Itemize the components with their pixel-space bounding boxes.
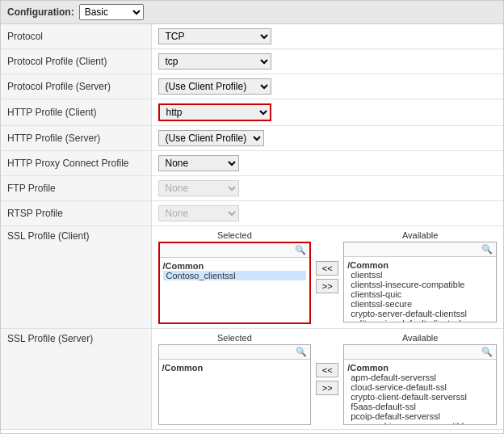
ssl-client-move-left-button[interactable]: <<: [316, 261, 338, 276]
value-http-profile-client: http None: [151, 99, 503, 126]
ssl-client-available-item-3[interactable]: clientssl-secure: [347, 299, 493, 309]
ssl-client-available-box: Available 🔍 /Common clientssl clientssl-…: [343, 230, 497, 324]
row-ssl-profile-client: SSL Profile (Client) Selected 🔍: [1, 226, 503, 329]
label-http-proxy-connect-profile: HTTP Proxy Connect Profile: [1, 151, 151, 176]
ssl-client-available-title: Available: [343, 230, 497, 240]
ssl-server-available-box: Available 🔍 /Common apm-default-serverss…: [343, 333, 497, 425]
ssl-server-selected-group: /Common: [162, 363, 308, 373]
ssl-server-available-title: Available: [343, 333, 497, 343]
ssl-client-available-item-5[interactable]: splitsession-default-clientssl: [347, 318, 493, 322]
http-proxy-connect-profile-select[interactable]: None: [158, 155, 239, 171]
config-select[interactable]: Basic Advanced: [79, 4, 144, 20]
row-http-profile-server: HTTP Profile (Server) (Use Client Profil…: [1, 126, 503, 151]
ssl-client-available-search-icon: 🔍: [481, 244, 493, 255]
ssl-server-available-item-2[interactable]: crypto-client-default-serverssl: [347, 392, 493, 402]
value-ssl-profile-client: Selected 🔍 /Common Contoso_clientssl: [151, 226, 503, 329]
ssl-client-available-search-row: 🔍: [344, 242, 496, 257]
ssl-server-selected-list: /Common: [159, 360, 311, 424]
ssl-server-available-list-wrapper: 🔍 /Common apm-default-serverssl cloud-se…: [343, 344, 497, 425]
row-http-profile-client: HTTP Profile (Client) http None: [1, 99, 503, 126]
value-protocol-profile-client: tcp: [151, 49, 503, 74]
ssl-client-selected-group: /Common: [163, 261, 307, 271]
row-ssl-profile-server: SSL Profile (Server) Selected 🔍: [1, 329, 503, 430]
ssl-server-buttons: << >>: [314, 333, 340, 425]
ssl-client-selected-search-icon: 🔍: [295, 245, 306, 255]
label-ssl-profile-server: SSL Profile (Server): [1, 329, 151, 430]
row-ftp-profile: FTP Profile None: [1, 176, 503, 201]
value-ssl-profile-server: Selected 🔍 /Common: [151, 329, 503, 430]
ssl-client-selected-list-wrapper: 🔍 /Common Contoso_clientssl: [158, 242, 312, 324]
label-rtsp-profile: RTSP Profile: [1, 201, 151, 226]
value-ftp-profile: None: [151, 176, 503, 201]
ssl-server-available-search-row: 🔍: [344, 345, 496, 360]
row-http-proxy-connect-profile: HTTP Proxy Connect Profile None: [1, 151, 503, 176]
ssl-server-panel: Selected 🔍 /Common: [158, 333, 498, 425]
ssl-server-selected-search-row: 🔍: [159, 345, 311, 360]
protocol-profile-server-select[interactable]: (Use Client Profile): [158, 78, 271, 95]
ssl-client-available-item-2[interactable]: clientssl-quic: [347, 289, 493, 299]
label-protocol-profile-client: Protocol Profile (Client): [1, 49, 151, 74]
ssl-client-available-search-input[interactable]: [347, 245, 480, 255]
ssl-server-selected-box: Selected 🔍 /Common: [158, 333, 312, 425]
ssl-server-move-right-button[interactable]: >>: [316, 381, 338, 395]
ssl-server-available-search-input[interactable]: [347, 348, 480, 357]
label-ssl-profile-client: SSL Profile (Client): [1, 226, 151, 329]
ssl-client-selected-box: Selected 🔍 /Common Contoso_clientssl: [158, 230, 312, 324]
ssl-client-available-group: /Common: [347, 260, 493, 270]
value-http-proxy-connect-profile: None: [151, 151, 503, 176]
ssl-client-selected-title: Selected: [158, 230, 312, 240]
label-http-profile-server: HTTP Profile (Server): [1, 126, 151, 151]
label-http-profile-client: HTTP Profile (Client): [1, 99, 151, 126]
protocol-select[interactable]: TCP UDP: [158, 28, 271, 44]
ssl-client-move-right-button[interactable]: >>: [316, 279, 338, 293]
ssl-server-available-item-5[interactable]: serverssl-insecure-compatible: [347, 421, 493, 424]
ssl-server-selected-search-icon: 🔍: [296, 347, 307, 357]
config-label: Configuration:: [7, 6, 74, 18]
ssl-server-available-item-4[interactable]: pcoip-default-serverssl: [347, 411, 493, 421]
ssl-client-selected-search-row: 🔍: [160, 243, 310, 258]
ssl-server-selected-title: Selected: [158, 333, 312, 343]
value-http-profile-server: (Use Client Profile): [151, 126, 503, 151]
http-profile-client-select[interactable]: http None: [158, 103, 271, 121]
row-protocol: Protocol TCP UDP: [1, 24, 503, 49]
row-rtsp-profile: RTSP Profile None: [1, 201, 503, 226]
ssl-server-selected-list-wrapper: 🔍 /Common: [158, 344, 312, 425]
ssl-client-available-item-4[interactable]: crypto-server-default-clientssl: [347, 309, 493, 318]
label-protocol-profile-server: Protocol Profile (Server): [1, 74, 151, 99]
ssl-server-selected-search-input[interactable]: [162, 348, 295, 357]
ssl-server-available-group: /Common: [347, 363, 493, 373]
ssl-client-available-item-1[interactable]: clientssl-insecure-compatible: [347, 280, 493, 289]
ssl-server-available-list: /Common apm-default-serverssl cloud-serv…: [344, 360, 496, 424]
ssl-server-available-item-0[interactable]: apm-default-serverssl: [347, 373, 493, 382]
rtsp-profile-select[interactable]: None: [158, 205, 239, 221]
ssl-client-panel: Selected 🔍 /Common Contoso_clientssl: [158, 230, 498, 324]
ssl-client-available-list: /Common clientssl clientssl-insecure-com…: [344, 257, 496, 322]
row-protocol-profile-client: Protocol Profile (Client) tcp: [1, 49, 503, 74]
value-protocol: TCP UDP: [151, 24, 503, 49]
http-profile-server-select[interactable]: (Use Client Profile): [158, 130, 264, 146]
value-protocol-profile-server: (Use Client Profile): [151, 74, 503, 99]
ssl-client-available-list-wrapper: 🔍 /Common clientssl clientssl-insecure-c…: [343, 242, 497, 322]
ssl-server-available-item-1[interactable]: cloud-service-default-ssl: [347, 382, 493, 392]
config-header: Configuration: Basic Advanced: [1, 1, 503, 24]
ssl-server-move-left-button[interactable]: <<: [316, 363, 338, 377]
row-protocol-profile-server: Protocol Profile (Server) (Use Client Pr…: [1, 74, 503, 99]
ssl-client-selected-list: /Common Contoso_clientssl: [160, 258, 310, 322]
value-rtsp-profile: None: [151, 201, 503, 226]
protocol-profile-client-select[interactable]: tcp: [158, 53, 271, 70]
ssl-client-available-item-0[interactable]: clientssl: [347, 270, 493, 280]
page-wrapper: Configuration: Basic Advanced Protocol T…: [0, 0, 504, 434]
ssl-server-available-search-icon: 🔍: [481, 347, 493, 357]
label-ftp-profile: FTP Profile: [1, 176, 151, 201]
ssl-client-selected-search-input[interactable]: [163, 246, 294, 255]
ssl-server-available-item-3[interactable]: f5aas-default-ssl: [347, 402, 493, 411]
label-protocol: Protocol: [1, 24, 151, 49]
ftp-profile-select[interactable]: None: [158, 180, 239, 196]
ssl-client-buttons: << >>: [314, 230, 340, 324]
ssl-client-selected-item-contoso[interactable]: Contoso_clientssl: [163, 271, 307, 280]
form-table: Protocol TCP UDP Protocol Profile (Clien…: [1, 24, 503, 430]
